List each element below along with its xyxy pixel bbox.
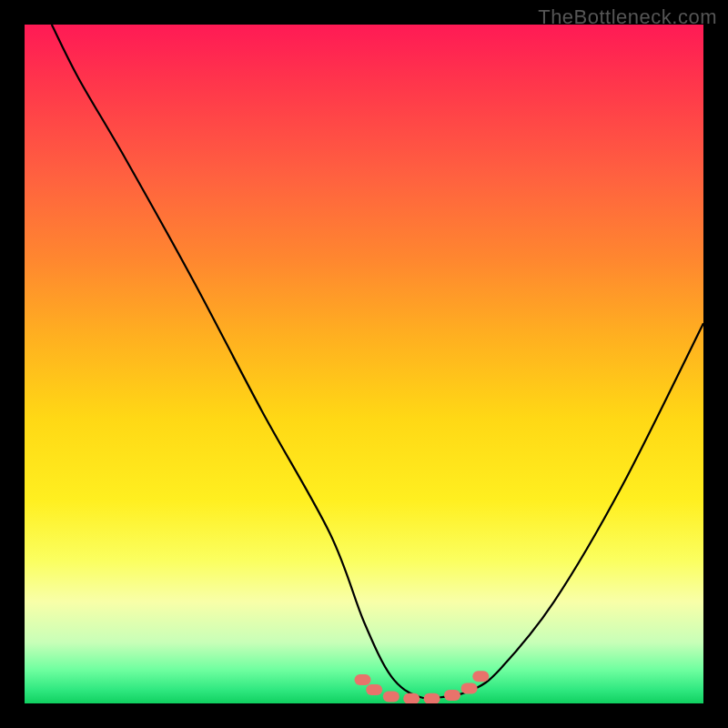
bottleneck-curve [52,25,703,699]
marker-dot [444,690,460,701]
marker-dot [472,671,489,682]
curve-group [52,25,703,699]
chart-container: TheBottleneck.com [0,0,728,728]
marker-dot [383,692,399,703]
marker-dot [355,674,371,685]
marker-dot [424,693,440,703]
marker-dot [366,684,382,695]
watermark-text: TheBottleneck.com [538,5,717,29]
bottleneck-curve-svg [25,25,703,703]
marker-dot [461,683,478,694]
plot-area [25,25,703,703]
marker-dot [403,693,420,703]
